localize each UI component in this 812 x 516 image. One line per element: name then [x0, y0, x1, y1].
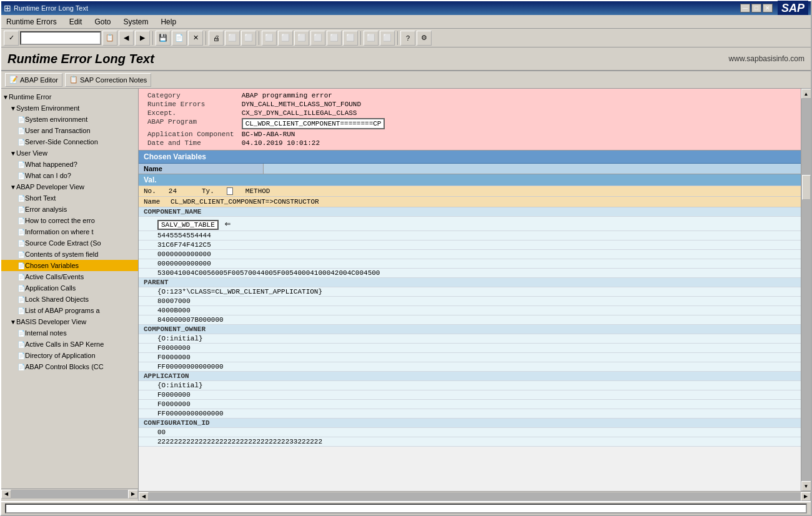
stop-btn[interactable]: ✕: [188, 31, 203, 46]
vscroll-down[interactable]: ▼: [801, 481, 811, 491]
close-btn[interactable]: ✕: [763, 4, 773, 12]
menu-bar: Runtime Errors Edit Goto System Help: [1, 15, 811, 29]
tree-item-basis-developer-view[interactable]: ▼ BASIS Developer View: [1, 316, 138, 327]
left-scroll-right[interactable]: ▶: [128, 490, 138, 499]
vars-line: {O:initial}: [139, 334, 801, 344]
title-bar-left: ⊞ Runtime Error Long Text: [4, 3, 88, 13]
tree-item-lock-shared-objects[interactable]: 📄 Lock Shared Objects: [1, 294, 138, 305]
vscroll-up[interactable]: ▲: [801, 89, 811, 99]
next-btn[interactable]: ▶: [135, 31, 150, 46]
tree-item-list-of-abap[interactable]: 📄 List of ABAP programs a: [1, 305, 138, 316]
vscroll-track[interactable]: [801, 99, 811, 481]
left-scroll-left[interactable]: ◀: [1, 490, 11, 499]
vars-line: F0000000: [139, 344, 801, 353]
print-btn[interactable]: 🖨: [209, 31, 224, 46]
tree-item-directory-of-application[interactable]: 📄 Directory of Application: [1, 350, 138, 361]
menu-runtime-errors[interactable]: Runtime Errors: [4, 16, 59, 27]
save-btn[interactable]: 💾: [156, 31, 171, 46]
vars-line: FF00000000000000: [139, 362, 801, 372]
btn2[interactable]: ⬜: [241, 31, 256, 46]
category-label: Category: [144, 91, 238, 100]
config-btn[interactable]: ⚙: [417, 31, 432, 46]
vars-line: 840000007B000000: [139, 315, 801, 325]
tree-item-user-view[interactable]: ▼ User View: [1, 147, 138, 159]
tree-item-contents-of-system-field[interactable]: 📄 Contents of system field: [1, 249, 138, 260]
menu-goto[interactable]: Goto: [92, 16, 113, 27]
no-label: No.: [144, 187, 156, 195]
menu-help[interactable]: Help: [158, 16, 179, 27]
tree-item-internal-notes[interactable]: 📄 Internal notes: [1, 327, 138, 339]
tree-item-system-environment-group[interactable]: ▼ System Environment: [1, 102, 138, 114]
tree-item-what-happened[interactable]: 📄 What happened?: [1, 159, 138, 170]
tree-item-runtime-error[interactable]: ▼ Runtime Error: [1, 91, 138, 102]
hscroll-left[interactable]: ◀: [139, 492, 149, 501]
bottom-hscroll[interactable]: ◀ ▶: [139, 491, 811, 501]
prev-btn[interactable]: ◀: [119, 31, 134, 46]
tree-item-user-and-transaction[interactable]: 📄 User and Transaction: [1, 125, 138, 136]
sub-toolbar: 📝 ABAP Editor 📋 SAP Correction Notes: [1, 71, 811, 89]
vars-line: 0000000000000: [139, 250, 801, 259]
tree-item-what-can-i-do[interactable]: 📄 What can I do?: [1, 170, 138, 181]
minimize-btn[interactable]: —: [740, 4, 750, 12]
left-panel-hscroll[interactable]: ◀ ▶: [1, 489, 138, 499]
vars-line: F0000000: [139, 390, 801, 400]
btn10[interactable]: ⬜: [380, 31, 395, 46]
btn1[interactable]: ⬜: [225, 31, 240, 46]
tree-item-error-analysis[interactable]: 📄 Error analysis: [1, 204, 138, 215]
btn9[interactable]: ⬜: [364, 31, 379, 46]
col-name: Name: [139, 164, 264, 174]
tree-item-active-calls-events[interactable]: 📄 Active Calls/Events: [1, 271, 138, 282]
tree-item-information-on-where[interactable]: 📄 Information on where t: [1, 226, 138, 237]
app-icon: ⊞: [4, 3, 11, 13]
vars-content: COMPONENT_NAMESALV_WD_TABLE ⇐54455545544…: [139, 207, 801, 447]
runtime-errors-label: Runtime Errors: [144, 100, 238, 109]
page-title-bar: Runtime Error Long Text www.sapbasisinfo…: [1, 47, 811, 71]
left-scroll-track[interactable]: [11, 490, 128, 499]
tree-item-how-to-correct[interactable]: 📄 How to correct the erro: [1, 215, 138, 226]
help-btn[interactable]: ?: [400, 31, 415, 46]
arrow-icon: ⇐: [225, 217, 231, 230]
tree-item-application-calls[interactable]: 📄 Application Calls: [1, 282, 138, 294]
tree-item-chosen-variables[interactable]: 📄 Chosen Variables: [1, 260, 138, 271]
abap-program-label: ABAP Program: [144, 117, 238, 130]
vars-header: Chosen Variables: [139, 151, 801, 164]
vars-line: F0000000: [139, 353, 801, 362]
new-btn[interactable]: 📄: [172, 31, 187, 46]
input-btn[interactable]: 📋: [102, 31, 117, 46]
abap-editor-btn[interactable]: 📝 ABAP Editor: [5, 73, 62, 87]
maximize-btn[interactable]: □: [751, 4, 761, 12]
btn5[interactable]: ⬜: [294, 31, 309, 46]
btn7[interactable]: ⬜: [327, 31, 342, 46]
tree-item-abap-control-blocks[interactable]: 📄 ABAP Control Blocks (CC: [1, 361, 138, 372]
tree-item-server-side-connection[interactable]: 📄 Server-Side Connection: [1, 136, 138, 147]
name-label: Name: [144, 198, 160, 206]
menu-edit[interactable]: Edit: [67, 16, 85, 27]
vars-line: 4000B000: [139, 306, 801, 315]
hscroll-right[interactable]: ▶: [801, 492, 811, 501]
vars-line: {O:123*\CLASS=CL_WDR_CLIENT_APPLICATION}: [139, 287, 801, 297]
btn3[interactable]: ⬜: [262, 31, 277, 46]
tree-item-active-calls-sap-kernel[interactable]: 📄 Active Calls in SAP Kerne: [1, 339, 138, 350]
tree-item-system-environment[interactable]: 📄 System environment: [1, 114, 138, 125]
tree-item-short-text[interactable]: 📄 Short Text: [1, 192, 138, 204]
vars-line: 80007000: [139, 297, 801, 306]
menu-system[interactable]: System: [121, 16, 151, 27]
btn4[interactable]: ⬜: [278, 31, 293, 46]
tree-item-abap-developer-view[interactable]: ▼ ABAP Developer View: [1, 181, 138, 192]
vars-line: 2222222222222222222222222222222233222222: [139, 437, 801, 447]
highlighted-value: SALV_WD_TABLE: [157, 220, 219, 230]
vscroll-thumb[interactable]: [802, 175, 811, 200]
command-input[interactable]: [20, 31, 101, 45]
name-value: CL_WDR_CLIENT_COMPONENT=>CONSTRUCTOR: [164, 198, 319, 206]
check-btn[interactable]: ✓: [4, 31, 19, 46]
status-input[interactable]: [5, 504, 807, 514]
hscroll-track[interactable]: [149, 492, 801, 501]
btn6[interactable]: ⬜: [310, 31, 325, 46]
sap-correction-notes-btn[interactable]: 📋 SAP Correction Notes: [65, 73, 151, 87]
abap-program-highlight: CL_WDR_CLIENT_COMPONENT========CP: [242, 118, 385, 129]
abap-editor-icon: 📝: [9, 76, 18, 84]
btn8[interactable]: ⬜: [343, 31, 358, 46]
right-vscrollbar[interactable]: ▲ ▼: [801, 89, 811, 491]
tree-item-source-code-extract[interactable]: 📄 Source Code Extract (So: [1, 237, 138, 249]
page-url: www.sapbasisinfo.com: [729, 54, 805, 63]
